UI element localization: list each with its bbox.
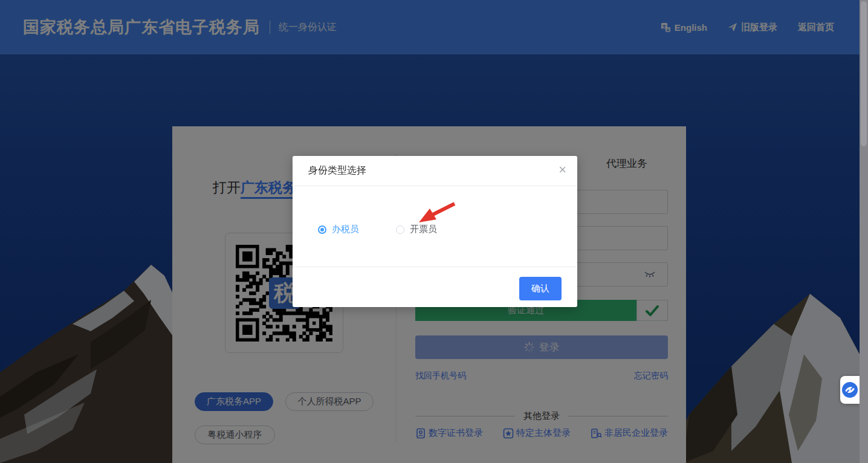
identity-type-modal: 身份类型选择 × 办税员 开票员 确认 <box>293 156 577 307</box>
scrollbar-thumb[interactable] <box>861 1 867 146</box>
radio-selected-icon <box>318 225 326 234</box>
close-icon[interactable]: × <box>559 163 566 176</box>
confirm-button[interactable]: 确认 <box>519 277 562 300</box>
modal-header: 身份类型选择 × <box>293 156 577 186</box>
page: 国家税务总局广东省电子税务局 统一身份认证 文 A English 旧版登录 <box>0 0 868 463</box>
modal-footer-divider <box>293 267 577 267</box>
radio-tax-clerk-label: 办税员 <box>332 224 359 235</box>
red-annotation-arrow <box>413 199 461 227</box>
page-scrollbar[interactable] <box>860 0 868 463</box>
radio-unselected-icon <box>396 225 404 234</box>
brand-swirl-icon <box>841 381 858 398</box>
floating-assistant-widget[interactable] <box>840 376 860 404</box>
radio-tax-clerk[interactable]: 办税员 <box>318 224 359 235</box>
modal-title: 身份类型选择 <box>308 164 366 177</box>
